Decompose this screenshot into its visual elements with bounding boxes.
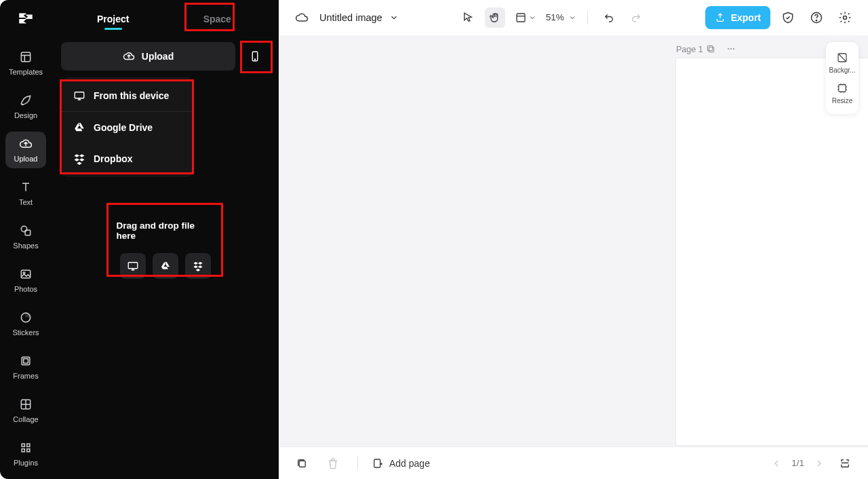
right-tool-dock: Backgr... Resize: [826, 42, 859, 114]
rail-label: Design: [14, 111, 37, 119]
upload-row: Upload: [61, 42, 269, 71]
duplicate-page-button[interactable]: [704, 42, 717, 56]
present-button[interactable]: [834, 453, 856, 474]
hand-tool[interactable]: [485, 7, 505, 28]
menu-label: Google Drive: [94, 122, 153, 133]
svg-rect-17: [517, 14, 525, 22]
divider: [587, 11, 588, 24]
upload-source-menu: From this device Google Drive Dropbox: [61, 77, 194, 177]
menu-label: From this device: [94, 90, 169, 101]
page-label: Page 1: [676, 45, 703, 54]
dz-dropbox[interactable]: [185, 253, 211, 279]
rail-design[interactable]: Design: [5, 88, 46, 125]
layers-button[interactable]: [291, 453, 313, 474]
rail-upload[interactable]: Upload: [5, 132, 46, 168]
rail-stickers[interactable]: Stickers: [5, 305, 46, 342]
rail-label: Upload: [14, 155, 38, 163]
page-actions: [704, 42, 738, 56]
dropbox-icon: [193, 261, 203, 271]
rail-text[interactable]: Text: [5, 175, 46, 212]
drop-zone-icons: [120, 253, 211, 279]
settings-icon-button[interactable]: [834, 7, 856, 28]
add-page-button[interactable]: Add page: [372, 457, 430, 470]
drop-zone[interactable]: Drag and drop file here: [107, 207, 224, 290]
canvas-page[interactable]: [676, 58, 868, 445]
svg-rect-3: [21, 270, 30, 278]
tab-space[interactable]: Space: [165, 14, 270, 34]
background-tool[interactable]: Backgr...: [826, 47, 859, 78]
dz-from-device[interactable]: [120, 253, 146, 279]
divider: [357, 457, 358, 470]
left-rail: Templates Design Upload Text Shapes Phot…: [0, 0, 52, 479]
svg-rect-21: [709, 47, 713, 52]
svg-point-25: [733, 48, 734, 50]
add-page-label: Add page: [389, 458, 430, 469]
document-title-text: Untitled image: [319, 12, 382, 23]
resize-tool[interactable]: Resize: [826, 78, 859, 109]
rail-label: Text: [19, 198, 33, 206]
svg-rect-10: [27, 444, 30, 446]
chevron-down-icon: [389, 13, 399, 22]
page-more-button[interactable]: [724, 42, 738, 56]
page-indicator: 1/1: [771, 458, 825, 469]
svg-rect-12: [27, 449, 30, 452]
bottom-bar: Add page 1/1: [279, 446, 868, 479]
svg-rect-15: [75, 92, 84, 98]
undo-button[interactable]: [599, 7, 619, 28]
rail-plugins[interactable]: Plugins: [5, 436, 46, 472]
svg-rect-22: [707, 45, 712, 50]
main-area: Untitled image 51% Export: [279, 0, 868, 479]
menu-from-this-device[interactable]: From this device: [61, 80, 194, 112]
monitor-icon: [127, 260, 139, 272]
canvas-size-menu[interactable]: [512, 7, 539, 28]
tab-project[interactable]: Project: [61, 14, 165, 34]
rail-label: Collage: [13, 415, 38, 423]
document-title[interactable]: Untitled image: [319, 12, 399, 23]
rt-label: Backgr...: [829, 66, 856, 74]
cursor-tool[interactable]: [458, 7, 478, 28]
svg-point-14: [254, 59, 255, 60]
rail-collage[interactable]: Collage: [5, 392, 46, 429]
cloud-upload-icon: [123, 50, 135, 62]
canvas-area[interactable]: Page 1 Backgr... Resize: [279, 35, 868, 446]
cloud-sync-icon[interactable]: [291, 7, 313, 28]
rail-photos[interactable]: Photos: [5, 262, 46, 299]
shield-icon-button[interactable]: [777, 7, 799, 28]
background-icon: [836, 52, 848, 64]
monitor-icon: [73, 90, 85, 102]
export-icon: [715, 12, 726, 23]
zoom-control[interactable]: 51%: [546, 12, 576, 22]
menu-dropbox[interactable]: Dropbox: [61, 143, 194, 174]
capcut-logo: [17, 9, 35, 27]
upload-button-label: Upload: [142, 51, 174, 62]
dropbox-icon: [73, 153, 85, 165]
rail-shapes[interactable]: Shapes: [5, 218, 46, 255]
drop-zone-text: Drag and drop file here: [117, 221, 214, 241]
chevron-down-icon: [568, 14, 576, 22]
upload-from-mobile-button[interactable]: [241, 42, 269, 71]
mobile-icon: [249, 50, 261, 62]
prev-page-button[interactable]: [771, 458, 782, 469]
rail-label: Shapes: [13, 242, 38, 250]
menu-google-drive[interactable]: Google Drive: [61, 112, 194, 143]
zoom-value: 51%: [546, 12, 564, 22]
svg-point-19: [816, 20, 816, 20]
menu-label: Dropbox: [94, 153, 133, 164]
svg-rect-9: [22, 444, 24, 446]
dz-google-drive[interactable]: [153, 253, 178, 279]
export-button[interactable]: Export: [705, 6, 770, 29]
rail-label: Frames: [13, 372, 38, 380]
next-page-button[interactable]: [814, 458, 825, 469]
redo-button[interactable]: [626, 7, 646, 28]
svg-rect-28: [299, 461, 305, 467]
add-page-icon: [372, 457, 384, 470]
page-count: 1/1: [791, 458, 804, 468]
delete-button[interactable]: [322, 453, 344, 474]
svg-rect-7: [24, 359, 28, 364]
rail-templates[interactable]: Templates: [5, 45, 46, 81]
help-icon-button[interactable]: [806, 7, 827, 28]
chevron-down-icon: [528, 14, 536, 22]
rail-label: Templates: [9, 68, 43, 76]
upload-button[interactable]: Upload: [61, 42, 235, 71]
rail-frames[interactable]: Frames: [5, 349, 46, 385]
